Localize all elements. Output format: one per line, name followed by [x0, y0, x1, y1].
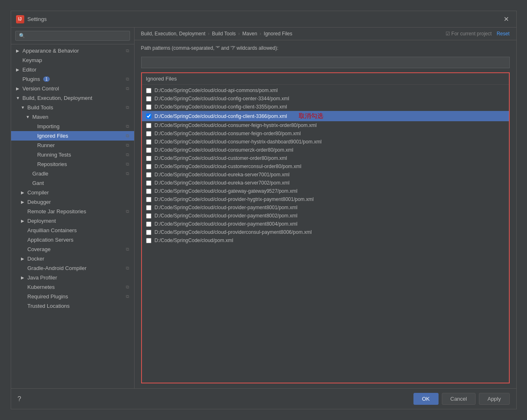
- sidebar-item-gradle[interactable]: Gradle ⧉: [11, 169, 134, 178]
- file-checkbox[interactable]: [146, 172, 151, 178]
- title-bar: IJ Settings ✕: [11, 11, 516, 28]
- plugins-badge: 1: [43, 76, 50, 82]
- file-checkbox[interactable]: [146, 131, 151, 136]
- sidebar-item-editor[interactable]: ▶ Editor: [11, 65, 134, 74]
- file-item[interactable]: D:/Code/SpringCode/cloud/cloud-eureka-se…: [142, 179, 509, 187]
- file-item[interactable]: D:/Code/SpringCode/cloud/cloud-config-cl…: [142, 103, 509, 111]
- file-item[interactable]: D:/Code/SpringCode/cloud/cloud-providerc…: [142, 228, 509, 236]
- sidebar-item-app-servers[interactable]: Application Servers: [11, 235, 134, 245]
- sidebar-item-debugger[interactable]: ▶ Debugger: [11, 197, 134, 207]
- sidebar-item-version-control[interactable]: ▶ Version Control ⧉: [11, 84, 134, 93]
- cancel-button[interactable]: Cancel: [442, 393, 476, 405]
- sidebar-item-importing[interactable]: Importing ⧉: [11, 122, 134, 131]
- file-path: D:/Code/SpringCode/cloud/cloud-eureka-se…: [155, 172, 290, 178]
- sidebar-item-ignored-files[interactable]: Ignored Files ⧉: [11, 131, 134, 141]
- file-item[interactable]: D:/Code/SpringCode/cloud/cloud-provider-…: [142, 220, 509, 228]
- file-checkbox[interactable]: [146, 180, 151, 186]
- breadcrumb-sep: ›: [208, 31, 209, 37]
- file-item[interactable]: D:/Code/SpringCode/cloud/pom.xml: [142, 236, 509, 245]
- breadcrumb-build-execution[interactable]: Build, Execution, Deployment: [141, 31, 206, 37]
- sidebar-item-plugins[interactable]: Plugins 1 ⧉: [11, 74, 134, 84]
- sidebar-item-required-plugins[interactable]: Required Plugins ⧉: [11, 292, 134, 301]
- arrow-icon: ▶: [21, 200, 26, 204]
- sidebar-item-docker[interactable]: ▶ Docker: [11, 254, 134, 263]
- file-checkbox[interactable]: [146, 189, 151, 194]
- file-item[interactable]: D:/Code/SpringCode/cloud/cloud-consumer-…: [142, 129, 509, 138]
- file-item[interactable]: D:/Code/SpringCode/cloud/cloud-gateway-g…: [142, 187, 509, 195]
- file-checkbox[interactable]: [146, 222, 151, 227]
- file-checkbox[interactable]: [146, 148, 151, 153]
- sidebar-item-appearance[interactable]: ▶ Appearance & Behavior ⧉: [11, 46, 134, 55]
- arrow-icon: ▶: [16, 86, 21, 91]
- sidebar-item-label: Deployment: [28, 218, 56, 224]
- main-content: Build, Execution, Deployment › Build Too…: [135, 28, 516, 388]
- arrow-icon: ▼: [26, 115, 31, 119]
- file-checkbox[interactable]: [146, 156, 151, 161]
- file-item[interactable]: D:/Code/SpringCode/cloud/cloud-eureka-se…: [142, 171, 509, 179]
- file-item[interactable]: D:/Code/SpringCode/cloud/cloud-customerc…: [142, 162, 509, 171]
- file-checkbox[interactable]: [146, 139, 151, 145]
- file-checkbox[interactable]: [146, 104, 151, 110]
- sidebar-item-compiler[interactable]: ▶ Compiler: [11, 188, 134, 197]
- file-item[interactable]: D:/Code/SpringCode/cloud/cloud-consumerz…: [142, 146, 509, 154]
- sidebar-item-arquillian[interactable]: Arquillian Containers: [11, 226, 134, 235]
- file-checkbox[interactable]: [146, 96, 151, 102]
- sidebar-item-maven[interactable]: ▼ Maven: [11, 112, 134, 122]
- close-button[interactable]: ✕: [501, 14, 511, 24]
- apply-button[interactable]: Apply: [479, 393, 510, 405]
- file-path: D:/Code/SpringCode/cloud/cloud-customerc…: [155, 164, 302, 169]
- reset-link[interactable]: Reset: [497, 31, 509, 37]
- sidebar-item-label: Importing: [37, 123, 60, 129]
- file-checkbox[interactable]: [146, 213, 151, 219]
- file-item[interactable]: D:/Code/SpringCode/cloud/cloud-provider-…: [142, 212, 509, 220]
- file-checkbox[interactable]: [146, 113, 151, 119]
- ignored-files-panel: Ignored Files D:/Code/SpringCode/cloud/c…: [141, 72, 510, 383]
- sidebar-item-coverage[interactable]: Coverage ⧉: [11, 245, 134, 254]
- sidebar-item-build-execution[interactable]: ▼ Build, Execution, Deployment: [11, 93, 134, 103]
- sidebar-item-repositories[interactable]: Repositories ⧉: [11, 159, 134, 169]
- sidebar-item-runner[interactable]: Runner ⧉: [11, 141, 134, 150]
- file-checkbox[interactable]: [146, 88, 151, 93]
- file-item[interactable]: D:/Code/SpringCode/cloud/cloud-consumer-…: [142, 138, 509, 146]
- copy-icon: ⧉: [126, 124, 129, 129]
- sidebar-item-gant[interactable]: Gant: [11, 178, 134, 188]
- file-checkbox[interactable]: [146, 230, 151, 235]
- file-path: D:/Code/SpringCode/cloud/cloud-consumer-…: [155, 131, 301, 136]
- file-checkbox[interactable]: [146, 123, 151, 128]
- breadcrumb-sep: ›: [260, 31, 261, 37]
- help-button[interactable]: ?: [18, 395, 21, 403]
- file-checkbox[interactable]: [146, 205, 151, 210]
- file-checkbox[interactable]: [146, 238, 151, 243]
- search-input[interactable]: [15, 31, 130, 41]
- file-path: D:/Code/SpringCode/cloud/cloud-consumer-…: [155, 122, 317, 128]
- sidebar-item-label: Gant: [33, 180, 44, 186]
- annotation-text: 取消勾选: [299, 112, 323, 120]
- path-patterns-input[interactable]: [141, 57, 510, 68]
- breadcrumb-build-tools[interactable]: Build Tools: [212, 31, 236, 37]
- file-item[interactable]: D:/Code/SpringCode/cloud/cloud-api-commo…: [142, 86, 509, 95]
- sidebar-item-label: Appearance & Behavior: [23, 48, 79, 54]
- sidebar-item-label: Gradle-Android Compiler: [28, 265, 87, 271]
- file-item[interactable]: D:/Code/SpringCode/cloud/cloud-config-ce…: [142, 95, 509, 103]
- file-item[interactable]: D:/Code/SpringCode/cloud/cloud-consumer-…: [142, 121, 509, 129]
- file-checkbox[interactable]: [146, 164, 151, 169]
- file-item[interactable]: D:/Code/SpringCode/cloud/cloud-provider-…: [142, 195, 509, 203]
- file-item[interactable]: D:/Code/SpringCode/cloud/cloud-config-cl…: [142, 111, 509, 121]
- sidebar-item-java-profiler[interactable]: ▶ Java Profiler: [11, 273, 134, 282]
- sidebar-item-label: Gradle: [33, 171, 49, 177]
- sidebar-item-remote-jar[interactable]: Remote Jar Repositories ⧉: [11, 207, 134, 216]
- file-item[interactable]: D:/Code/SpringCode/cloud/cloud-provider-…: [142, 203, 509, 212]
- sidebar-item-trusted-locations[interactable]: Trusted Locations: [11, 301, 134, 311]
- sidebar-item-keymap[interactable]: Keymap: [11, 55, 134, 65]
- ok-button[interactable]: OK: [413, 393, 439, 405]
- breadcrumb-sep: ›: [238, 31, 240, 37]
- sidebar-item-build-tools[interactable]: ▼ Build Tools ⧉: [11, 103, 134, 112]
- sidebar-item-kubernetes[interactable]: Kubernetes ⧉: [11, 282, 134, 292]
- sidebar-item-deployment[interactable]: ▶ Deployment: [11, 216, 134, 226]
- ignored-files-header: Ignored Files: [142, 73, 509, 85]
- sidebar-item-running-tests[interactable]: Running Tests ⧉: [11, 150, 134, 159]
- file-checkbox[interactable]: [146, 197, 151, 202]
- file-item[interactable]: D:/Code/SpringCode/cloud/cloud-customer-…: [142, 154, 509, 162]
- sidebar-item-gradle-android[interactable]: Gradle-Android Compiler ⧉: [11, 263, 134, 273]
- breadcrumb-maven[interactable]: Maven: [242, 31, 257, 37]
